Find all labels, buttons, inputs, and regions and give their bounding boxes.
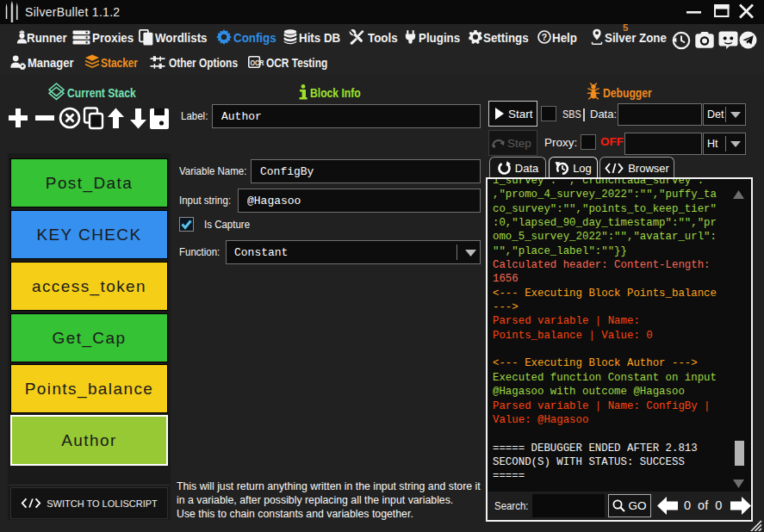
svg-text:OCR: OCR: [250, 58, 264, 67]
svg-text:?: ?: [542, 32, 547, 42]
